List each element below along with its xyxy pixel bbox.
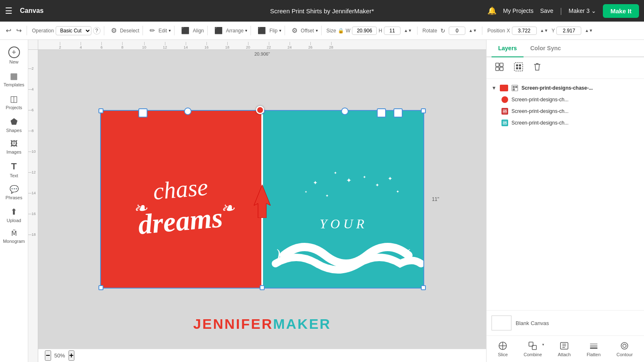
offset-button[interactable]: ⚙ — [290, 26, 299, 35]
arrange-button[interactable]: ⬛ — [213, 26, 224, 35]
rotate-icon[interactable]: ↻ — [439, 27, 447, 35]
save-button[interactable]: Save — [540, 7, 553, 14]
combine-label: Combine — [524, 352, 542, 357]
y-input[interactable]: 2.917 — [556, 27, 581, 35]
svg-text:✦: ✦ — [334, 171, 337, 175]
svg-text:✦: ✦ — [396, 189, 399, 194]
sidebar-item-text[interactable]: T Text — [0, 158, 28, 181]
x-arrows-icon[interactable]: ▲▼ — [538, 27, 550, 34]
svg-point-39 — [621, 342, 628, 349]
undo-button[interactable]: ↩ — [4, 26, 13, 35]
tab-color-sync[interactable]: Color Sync — [524, 40, 568, 57]
svg-text:dreams: dreams — [137, 201, 224, 240]
lock-icon[interactable]: 🔒 — [338, 28, 344, 34]
svg-rect-18 — [500, 63, 503, 66]
ruler-corner — [28, 40, 38, 50]
x-input[interactable]: 3.722 — [512, 27, 537, 35]
size-group: Size 🔒 W 20.906 H 11 ▲▼ — [327, 27, 418, 35]
sidebar-item-images[interactable]: 🖼 Images — [0, 136, 28, 158]
zoom-level: 50% — [54, 352, 65, 359]
layer-chevron-expanded: ▼ — [492, 85, 497, 91]
layer-item-teal[interactable]: Screen-print-designs-ch... — [497, 117, 644, 129]
operation-select[interactable]: Basic Cut — [56, 26, 91, 35]
deselect-button[interactable]: ⚙ — [109, 26, 118, 35]
slice-label: Slice — [498, 352, 508, 357]
width-indicator: 20.906" — [254, 51, 270, 56]
make-it-button[interactable]: Make It — [603, 4, 639, 18]
upload-icon: ⬆ — [10, 207, 17, 217]
arrange-label: Arrange — [226, 28, 244, 34]
tab-layers[interactable]: Layers — [492, 40, 524, 57]
phrases-icon: 💬 — [10, 185, 19, 194]
rotate-arrows-icon[interactable]: ▲▼ — [467, 27, 479, 34]
delete-button[interactable] — [530, 61, 545, 75]
svg-text:✦: ✦ — [305, 190, 307, 194]
my-projects-button[interactable]: My Projects — [503, 7, 533, 14]
offset-group: ⚙ Offset ▾ — [290, 26, 322, 35]
attach-action[interactable]: Attach — [555, 339, 574, 359]
layer-item-main-group[interactable]: ▼ Screen-print-designs-chase-... — [487, 82, 644, 94]
ungroup-button[interactable] — [511, 61, 526, 75]
toolbar: ↩ ↪ Operation Basic Cut ? ⚙ Deselect ✏ E… — [0, 22, 644, 40]
width-input[interactable]: 20.906 — [352, 27, 377, 35]
blank-canvas-section: Blank Canvas — [487, 310, 644, 335]
canvas-viewport[interactable]: 20.906" — [38, 50, 486, 349]
zoom-out-button[interactable]: − — [45, 350, 51, 361]
redo-button[interactable]: ↪ — [15, 26, 23, 35]
watermark-jennifer: JENNIFER — [193, 316, 273, 332]
sidebar-item-upload[interactable]: ⬆ Upload — [0, 203, 28, 226]
sidebar-item-projects[interactable]: ◫ Projects — [0, 90, 28, 113]
machine-selector[interactable]: Maker 3 ⌄ — [569, 7, 597, 14]
right-panel-tabs: Layers Color Sync — [487, 40, 644, 57]
offset-chevron-icon: ▾ — [316, 28, 318, 33]
layer-item-red-circle[interactable]: Screen-print-designs-ch... — [497, 94, 644, 105]
blank-canvas-preview — [492, 316, 511, 330]
sidebar-item-images-label: Images — [6, 149, 21, 154]
layer-item-image-red[interactable]: Screen-print-designs-ch... — [497, 105, 644, 117]
svg-rect-24 — [516, 67, 518, 69]
notification-icon[interactable]: 🔔 — [487, 6, 497, 15]
sidebar-item-phrases[interactable]: 💬 Phrases — [0, 181, 28, 203]
edit-button[interactable]: ✏ — [148, 26, 157, 35]
rotate-input[interactable]: 0 — [449, 27, 465, 35]
position-group: Position X 3.722 ▲▼ Y 2.917 ▲▼ — [487, 27, 598, 35]
deselect-label: Deselect — [120, 28, 140, 34]
teal-design-panel: ✦ ✦ ✦ ✦ ✦ ✦ ✦ ✦ ✦ YOUR — [263, 110, 424, 289]
combine-dropdown-icon: ▾ — [542, 342, 544, 347]
svg-rect-37 — [590, 345, 597, 347]
design-canvas[interactable]: chase dreams ❧ ❧ ✦ ✦ — [100, 110, 424, 289]
layer-red-circle-name: Screen-print-designs-ch... — [511, 97, 639, 103]
zoom-in-button[interactable]: + — [69, 350, 75, 361]
align-button[interactable]: ⬛ — [179, 26, 191, 35]
main-area: + New ▦ Templates ◫ Projects ⬟ Shapes 🖼 … — [0, 40, 644, 362]
slice-action[interactable]: Slice — [494, 339, 511, 359]
contour-label: Contour — [617, 352, 633, 357]
sidebar-item-monogram[interactable]: M̃ Monogram — [0, 226, 28, 247]
sidebar-item-templates[interactable]: ▦ Templates — [0, 68, 28, 90]
templates-icon: ▦ — [10, 71, 18, 81]
canvas-area[interactable]: 2 4 6 8 10 12 14 16 18 20 22 24 26 28 2 … — [28, 40, 486, 362]
document-title[interactable]: Screen Print Shirts by JenniferMaker* — [270, 7, 374, 15]
combine-action[interactable]: Combine ▾ — [520, 339, 545, 359]
new-icon: + — [8, 46, 20, 58]
flip-label: Flip — [269, 28, 277, 34]
svg-text:): ) — [275, 246, 280, 263]
flip-group: ⬛ Flip ▾ — [256, 26, 285, 35]
size-up-icon[interactable]: ▲▼ — [402, 27, 414, 34]
flatten-action[interactable]: Flatten — [583, 339, 604, 359]
bottom-panel-actions: Slice Combine ▾ Attach — [487, 335, 644, 362]
group-button[interactable] — [492, 61, 507, 75]
svg-rect-22 — [516, 64, 518, 66]
layer-image-red-name: Screen-print-designs-ch... — [511, 108, 639, 114]
flip-button[interactable]: ⬛ — [256, 26, 268, 35]
menu-icon[interactable]: ☰ — [5, 6, 12, 16]
height-input[interactable]: 11 — [384, 27, 401, 35]
sidebar-item-new[interactable]: + New — [0, 43, 28, 68]
y-arrows-icon[interactable]: ▲▼ — [583, 27, 595, 34]
sidebar-item-shapes[interactable]: ⬟ Shapes — [0, 113, 28, 136]
contour-action[interactable]: Contour — [613, 339, 636, 359]
combine-icon — [528, 341, 538, 351]
arrange-group: ⬛ Arrange ▾ — [213, 26, 251, 35]
edit-label: Edit — [158, 28, 167, 34]
operation-help-icon[interactable]: ? — [93, 27, 101, 34]
